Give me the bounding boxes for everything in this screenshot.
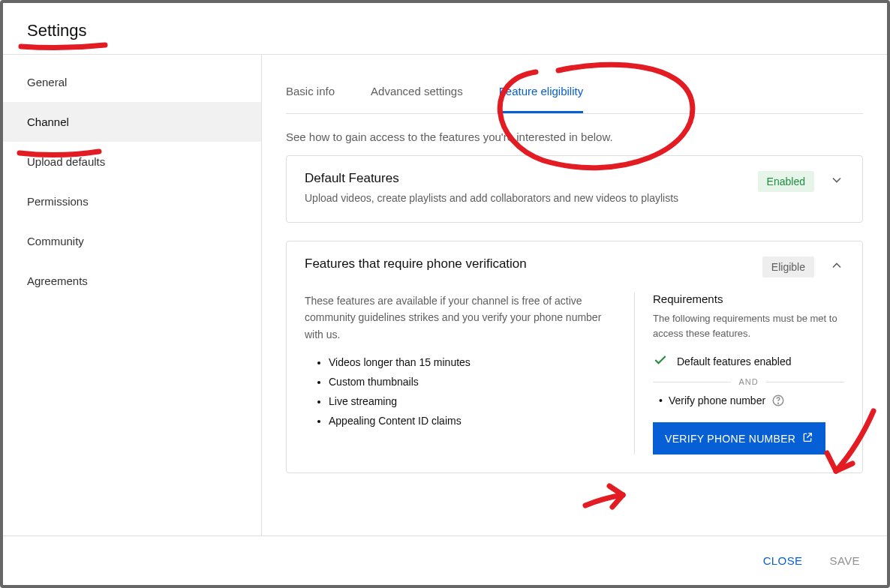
default-features-card: Default Features Upload videos, create p… [286, 155, 863, 223]
separator-line [766, 382, 844, 382]
chevron-down-icon [829, 172, 844, 188]
sidebar-item-community[interactable]: Community [3, 221, 261, 261]
sidebar-item-agreements[interactable]: Agreements [3, 261, 261, 301]
help-icon[interactable] [771, 394, 785, 407]
sidebar-item-label: Community [27, 235, 84, 248]
chevron-up-icon [829, 258, 844, 273]
sidebar-item-label: Channel [27, 116, 69, 128]
bullet-icon: • [659, 394, 663, 406]
card-title: Default Features [305, 171, 758, 186]
sidebar-item-label: Permissions [27, 195, 89, 208]
tab-advanced-settings[interactable]: Advanced settings [371, 77, 463, 113]
status-badge-eligible: Eligible [762, 256, 814, 278]
svg-point-1 [778, 403, 779, 404]
check-icon [653, 352, 668, 370]
features-description: These features are available if your cha… [305, 292, 616, 343]
sidebar-item-label: Upload defaults [27, 155, 105, 168]
tab-label: Basic info [286, 85, 335, 98]
channel-tabs: Basic info Advanced settings Feature eli… [286, 55, 863, 114]
dialog-header: Settings [3, 3, 887, 55]
separator-line [653, 382, 731, 382]
tab-basic-info[interactable]: Basic info [286, 77, 335, 113]
sidebar-item-general[interactable]: General [3, 62, 261, 102]
card-head-text: Features that require phone verification [305, 256, 762, 278]
settings-content: Basic info Advanced settings Feature eli… [262, 55, 887, 536]
and-label: AND [738, 377, 758, 386]
verify-phone-button[interactable]: VERIFY PHONE NUMBER [653, 422, 825, 454]
features-column: These features are available if your cha… [305, 292, 634, 454]
feature-item: Appealing Content ID claims [329, 415, 616, 427]
feature-item: Custom thumbnails [329, 376, 616, 388]
settings-sidebar: General Channel Upload defaults Permissi… [3, 55, 262, 536]
sidebar-item-upload-defaults[interactable]: Upload defaults [3, 142, 261, 182]
page-title: Settings [27, 21, 863, 40]
requirement-met-label: Default features enabled [677, 356, 792, 368]
card-subtitle: Upload videos, create playlists and add … [305, 192, 758, 204]
requirement-met-row: Default features enabled [653, 352, 844, 370]
feature-item: Videos longer than 15 minutes [329, 356, 616, 368]
sidebar-item-label: Agreements [27, 274, 88, 287]
dialog-body: General Channel Upload defaults Permissi… [3, 55, 887, 536]
dialog-footer: CLOSE SAVE [3, 536, 887, 585]
tab-label: Advanced settings [371, 85, 463, 98]
and-separator: AND [653, 377, 844, 386]
tab-feature-eligibility[interactable]: Feature eligibility [499, 77, 584, 113]
requirements-subtext: The following requirements must be met t… [653, 311, 844, 340]
default-features-header[interactable]: Default Features Upload videos, create p… [287, 156, 862, 222]
requirements-column: Requirements The following requirements … [634, 292, 844, 454]
sidebar-item-label: General [27, 76, 67, 88]
requirement-pending-label: Verify phone number [669, 394, 765, 406]
intro-text: See how to gain access to the features y… [286, 130, 863, 143]
phone-verification-card: Features that require phone verification… [286, 241, 863, 473]
tab-label: Feature eligibility [499, 85, 584, 98]
settings-dialog: Settings General Channel Upload defaults… [0, 0, 890, 588]
open-external-icon [801, 431, 813, 446]
save-button[interactable]: SAVE [826, 550, 863, 572]
sidebar-item-channel[interactable]: Channel [3, 102, 261, 142]
verify-phone-label: VERIFY PHONE NUMBER [665, 433, 795, 445]
card-title: Features that require phone verification [305, 256, 762, 272]
requirement-pending-row: • Verify phone number [653, 394, 844, 407]
status-badge-enabled: Enabled [758, 171, 814, 192]
close-button[interactable]: CLOSE [760, 550, 806, 572]
card-head-text: Default Features Upload videos, create p… [305, 171, 758, 204]
phone-verification-body: These features are available if your cha… [287, 278, 862, 472]
requirements-heading: Requirements [653, 292, 844, 305]
feature-item: Live streaming [329, 395, 616, 407]
sidebar-item-permissions[interactable]: Permissions [3, 182, 261, 221]
phone-verification-header[interactable]: Features that require phone verification… [287, 242, 862, 278]
features-list: Videos longer than 15 minutes Custom thu… [305, 356, 616, 427]
